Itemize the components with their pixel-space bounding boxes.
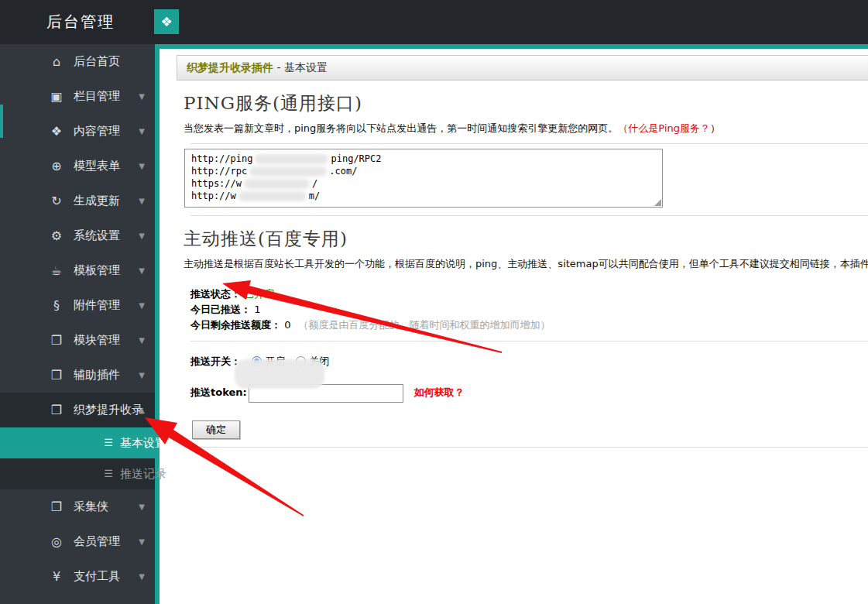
sidebar-subitem-basic-settings[interactable]: ☰ 基本设置 [0,427,155,458]
sidebar-item-label: 系统设置 [74,228,120,242]
sidebar-item-label: 辅助插件 [74,368,120,382]
radio-on-label[interactable]: 开启 [265,355,285,367]
what-is-ping-link[interactable]: （什么是Ping服务？ [618,122,710,134]
resize-handle[interactable] [654,199,661,206]
chevron-down-icon: ▼ [139,524,145,559]
sidebar-item-system-settings[interactable]: ⚙ 系统设置 ▼ [0,218,155,253]
sidebar-item-content[interactable]: ❖ 内容管理 ▼ [0,114,155,149]
section-divider [190,341,868,341]
chevron-down-icon: ▼ [139,253,145,288]
chevron-down-icon: ▼ [139,489,145,524]
paperclip-icon: § [46,288,67,323]
sidebar-item-label: 采集侠 [74,499,108,513]
push-status-block: 推送状态： 已开启 今日已推送： 1 今日剩余推送额度： 0 （额度是由百度分配… [190,287,868,333]
list-icon: ☰ [101,427,116,458]
refresh-icon: ↻ [46,184,67,218]
chevron-down-icon: ▼ [139,323,145,358]
sidebar-subitem-label: 推送记录 [120,467,166,481]
quota-row: 今日剩余推送额度： 0 （额度是由百度分配的，随着时间和权重的增加而增加） [190,317,868,333]
ping-url-line: https://w/ [191,177,659,190]
status-value: 已开启 [244,288,274,300]
sidebar-item-generate-update[interactable]: ↻ 生成更新 ▼ [0,184,155,218]
home-icon: ⌂ [46,44,67,79]
chevron-down-icon: ▼ [139,114,145,149]
ping-section-description: 当您发表一篇新文章时，ping服务将向以下站点发出通告，第一时间通知搜索引擎更新… [184,122,868,136]
ping-section-heading: PING服务(通用接口) [184,91,868,115]
member-icon: ◎ [46,524,67,559]
globe-icon: ⊕ [46,149,67,184]
sidebar-item-members[interactable]: ◎ 会员管理 ▼ [0,524,155,559]
censor-blur [249,166,327,177]
list-icon: ☰ [101,458,116,489]
chevron-down-icon: ▼ [139,184,145,218]
push-switch-row: 推送开关： 开启 关闭 [190,352,868,371]
confirm-button[interactable]: 确定 [192,420,240,439]
radio-dot [254,359,259,364]
section-divider [190,215,868,216]
app-title: 后台管理 [46,0,115,44]
push-section-heading: 主动推送(百度专用) [184,227,868,251]
quota-note: （额度是由百度分配的，随着时间和权重的增加而增加） [299,319,551,331]
push-token-input[interactable] [249,384,403,403]
chevron-down-icon: ▼ [139,218,145,253]
status-label: 推送状态： [190,288,241,300]
sidebar-item-template[interactable]: ☕ 模板管理 ▼ [0,253,155,288]
sidebar-item-payment-tools[interactable]: ¥ 支付工具 ▼ [0,559,155,594]
censor-blur [244,179,310,189]
sidebar-item-label: 模块管理 [74,333,120,347]
sidebar-item-home[interactable]: ⌂ 后台首页 [0,44,155,79]
today-pushed-value: 1 [254,304,260,315]
sidebar-item-modules[interactable]: ❐ 模块管理 ▼ [0,323,155,358]
sidebar-item-label: 支付工具 [74,569,120,583]
sidebar-item-label: 会员管理 [74,534,120,548]
sidebar-item-label: 织梦提升收录 [74,403,143,417]
sidebar-item-aux-plugins[interactable]: ❐ 辅助插件 ▼ [0,358,155,393]
sidebar-item-columns[interactable]: ▣ 栏目管理 ▼ [0,79,155,114]
sidebar-item-label: 模板管理 [74,263,120,277]
radio-off-label[interactable]: 关闭 [309,355,329,367]
section-divider [190,447,868,448]
push-token-row: 推送token:如何获取？ [190,380,868,405]
sidebar-item-label: 生成更新 [74,194,120,208]
chevron-up-icon: ▲ [139,393,145,427]
sidebar-subitem-label: 基本设置 [120,436,166,450]
section-divider [190,143,868,144]
breadcrumb: 织梦提升收录插件 - 基本设置 [177,55,868,81]
ping-url-textarea[interactable]: http://pingping/RPC2 http://rpc.com/ htt… [184,149,663,208]
radio-on[interactable] [252,356,262,366]
modules-grid-icon[interactable]: ❖ [154,9,179,34]
folder-icon: ❐ [46,489,67,524]
folder-icon: ❐ [46,358,67,393]
push-switch-label: 推送开关： [190,355,241,367]
sidebar-item-model-forms[interactable]: ⊕ 模型表单 ▼ [0,149,155,184]
monitor-icon: ▣ [46,79,67,114]
ping-url-line: http://wm/ [191,190,659,202]
status-row: 推送状态： 已开启 [190,287,868,302]
chevron-down-icon: ▼ [139,288,145,323]
main-panel: 织梦提升收录插件 - 基本设置 PING服务(通用接口) 当您发表一篇新文章时，… [155,44,868,604]
sidebar-subitem-push-records[interactable]: ☰ 推送记录 [0,458,155,489]
sidebar-item-caijixia[interactable]: ❐ 采集侠 ▼ [0,489,155,524]
sidebar-item-label: 附件管理 [74,298,120,312]
modules-icon: ❖ [46,114,67,149]
censor-blur [255,154,328,164]
how-to-get-link[interactable]: 如何获取？ [414,386,465,398]
radio-off[interactable] [296,356,306,366]
folder-icon: ❐ [46,393,67,427]
today-pushed-label: 今日已推送： [190,304,251,315]
cup-icon: ☕ [46,253,67,288]
push-token-label: 推送token: [190,386,247,398]
ping-url-line: http://pingping/RPC2 [191,153,659,165]
chevron-down-icon: ▼ [139,559,145,594]
quota-value: 0 [284,319,290,331]
folder-icon: ❐ [46,323,67,358]
sidebar-item-label: 模型表单 [74,159,120,173]
censor-blur [238,191,307,201]
sidebar-item-attachments[interactable]: § 附件管理 ▼ [0,288,155,323]
sidebar-item-zhimeng-plugin[interactable]: ❐ 织梦提升收录 ▲ [0,393,155,427]
sidebar-nav: ⌂ 后台首页 ▣ 栏目管理 ▼ ❖ 内容管理 ▼ ⊕ 模型表单 ▼ ↻ 生成更新… [0,44,155,604]
breadcrumb-page: 基本设置 [284,61,328,74]
top-header-bar: 后台管理 ❖ [0,0,868,44]
sidebar-item-label: 内容管理 [74,124,120,138]
gear-icon: ⚙ [46,218,67,253]
